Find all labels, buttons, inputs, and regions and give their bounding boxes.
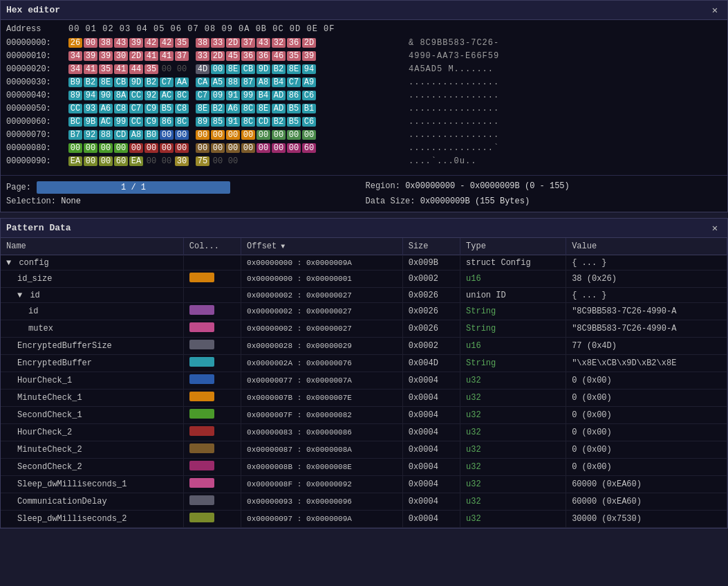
hex-bytes[interactable]: 00000000000000000000000000000060 — [68, 143, 316, 153]
hex-byte[interactable]: 00 — [272, 130, 286, 140]
hex-byte[interactable]: 37 — [241, 38, 255, 48]
hex-byte[interactable]: C6 — [302, 117, 316, 127]
hex-byte[interactable]: B0 — [144, 130, 158, 140]
hex-byte[interactable]: C8 — [175, 104, 189, 113]
hex-byte[interactable]: 8C — [175, 117, 189, 127]
table-row[interactable]: MinuteCheck_20x00000087 : 0x0000008A0x00… — [1, 441, 727, 459]
page-bar[interactable]: 1 / 1 — [37, 181, 230, 194]
hex-byte[interactable]: 00 — [160, 130, 174, 140]
hex-byte[interactable]: 88 — [226, 77, 240, 87]
hex-byte[interactable]: 86 — [287, 91, 301, 100]
hex-byte[interactable]: 37 — [175, 51, 189, 61]
hex-byte[interactable]: 35 — [175, 38, 189, 48]
hex-byte[interactable]: B2 — [84, 77, 97, 87]
hex-byte[interactable]: 35 — [287, 51, 301, 61]
hex-byte[interactable]: B1 — [302, 104, 316, 113]
hex-byte[interactable]: C8 — [114, 104, 128, 113]
hex-bytes[interactable]: B9B28ECB9DB2C7AACAA58887A8B4C7A9 — [68, 77, 316, 87]
table-row[interactable]: id_size0x00000000 : 0x000000010x0002u163… — [1, 271, 727, 288]
hex-byte[interactable]: 8A — [114, 91, 128, 100]
hex-byte[interactable]: 00 — [84, 143, 97, 153]
hex-byte[interactable]: 2D — [129, 51, 143, 61]
expand-arrow[interactable]: ▼ — [6, 258, 16, 268]
hex-byte[interactable]: AD — [272, 104, 286, 113]
pattern-data-table-container[interactable]: Name Col... Offset Size Type Value ▼ con… — [1, 238, 727, 528]
hex-byte[interactable]: 60 — [302, 143, 316, 153]
hex-byte[interactable]: 41 — [84, 64, 97, 74]
table-row[interactable]: HourCheck_20x00000083 : 0x000000860x0004… — [1, 424, 727, 441]
table-row[interactable]: CommunicationDelay0x00000093 : 0x0000009… — [1, 493, 727, 511]
hex-byte[interactable]: 92 — [84, 130, 97, 140]
hex-byte[interactable]: B7 — [68, 130, 82, 140]
hex-byte[interactable]: B4 — [272, 77, 286, 87]
hex-byte[interactable]: B5 — [287, 104, 301, 113]
table-row[interactable]: id0x00000002 : 0x000000270x0026String"8C… — [1, 303, 727, 320]
hex-byte[interactable]: 91 — [226, 91, 240, 100]
hex-byte[interactable]: A8 — [129, 130, 143, 140]
col-header-name[interactable]: Name — [1, 238, 183, 255]
hex-byte[interactable]: 93 — [84, 104, 97, 113]
hex-byte[interactable]: 87 — [241, 77, 255, 87]
table-row[interactable]: Sleep_dwMilliseconds_10x0000008F : 0x000… — [1, 476, 727, 493]
hex-byte[interactable]: 00 — [256, 143, 270, 153]
hex-byte[interactable]: 43 — [256, 38, 270, 48]
hex-byte[interactable]: 00 — [241, 130, 255, 140]
hex-byte[interactable]: C7 — [129, 104, 143, 113]
hex-byte[interactable]: 00 — [160, 64, 174, 74]
hex-byte[interactable]: 91 — [226, 117, 240, 127]
hex-byte[interactable]: 8E — [256, 104, 270, 113]
col-header-type[interactable]: Type — [460, 238, 566, 255]
hex-byte[interactable]: EA — [68, 156, 82, 166]
hex-byte[interactable]: 42 — [144, 38, 158, 48]
hex-byte[interactable]: 00 — [211, 143, 225, 153]
hex-byte[interactable]: 85 — [211, 117, 225, 127]
hex-byte[interactable]: B5 — [160, 104, 174, 113]
hex-byte[interactable]: 00 — [226, 130, 240, 140]
hex-byte[interactable]: 90 — [99, 91, 113, 100]
hex-byte[interactable]: 00 — [175, 64, 189, 74]
hex-byte[interactable]: 00 — [211, 156, 225, 166]
table-row[interactable]: EncryptedBuffer0x0000002A : 0x000000760x… — [1, 355, 727, 372]
hex-byte[interactable]: 8C — [241, 117, 255, 127]
hex-byte[interactable]: 42 — [160, 38, 174, 48]
pattern-data-close-button[interactable]: ✕ — [708, 221, 722, 235]
table-row[interactable]: Sleep_dwMilliseconds_20x00000097 : 0x000… — [1, 511, 727, 528]
hex-byte[interactable]: 00 — [175, 143, 189, 153]
hex-byte[interactable]: CD — [114, 130, 128, 140]
hex-byte[interactable]: AC — [160, 91, 174, 100]
hex-byte[interactable]: 8E — [196, 104, 209, 113]
hex-byte[interactable]: B4 — [256, 91, 270, 100]
hex-byte[interactable]: 33 — [196, 51, 209, 61]
hex-byte[interactable]: B9 — [68, 77, 82, 87]
hex-byte[interactable]: B2 — [211, 104, 225, 113]
hex-byte[interactable]: C9 — [144, 117, 158, 127]
hex-byte[interactable]: 46 — [272, 51, 286, 61]
hex-byte[interactable]: 00 — [196, 143, 209, 153]
hex-byte[interactable]: BC — [68, 117, 82, 127]
hex-byte[interactable]: 39 — [99, 51, 113, 61]
col-header-offset[interactable]: Offset — [241, 238, 403, 255]
hex-byte[interactable]: 33 — [211, 38, 225, 48]
hex-byte[interactable]: 00 — [226, 143, 240, 153]
hex-byte[interactable]: 2D — [226, 38, 240, 48]
hex-byte[interactable]: B2 — [272, 117, 286, 127]
hex-editor-close-button[interactable]: ✕ — [708, 3, 722, 17]
hex-byte[interactable]: CC — [68, 104, 82, 113]
hex-byte[interactable]: 35 — [99, 64, 113, 74]
hex-byte[interactable]: 8E — [99, 77, 113, 87]
hex-byte[interactable]: A6 — [99, 104, 113, 113]
hex-byte[interactable]: 38 — [196, 38, 209, 48]
hex-byte[interactable]: A9 — [302, 77, 316, 87]
hex-byte[interactable]: CC — [129, 117, 143, 127]
hex-byte[interactable]: CB — [241, 64, 255, 74]
hex-byte[interactable]: A6 — [226, 104, 240, 113]
hex-byte[interactable]: 36 — [287, 38, 301, 48]
col-header-value[interactable]: Value — [566, 238, 727, 255]
hex-byte[interactable]: CA — [196, 77, 209, 87]
hex-byte[interactable]: 99 — [241, 91, 255, 100]
hex-byte[interactable]: EA — [129, 156, 143, 166]
hex-byte[interactable]: 00 — [211, 130, 225, 140]
hex-bytes[interactable]: CC93A6C8C7C9B5C88EB2A68C8EADB5B1 — [68, 104, 316, 113]
hex-byte[interactable]: 75 — [196, 156, 209, 166]
hex-byte[interactable]: 00 — [256, 130, 270, 140]
